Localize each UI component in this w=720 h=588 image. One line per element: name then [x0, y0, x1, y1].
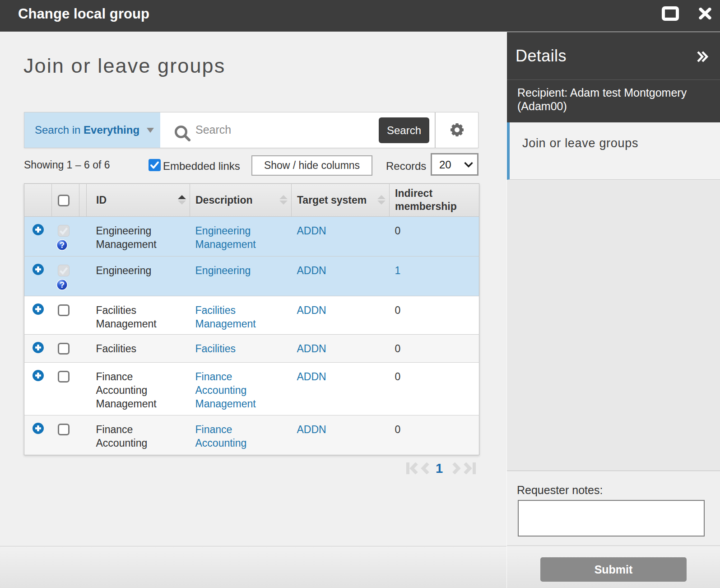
- svg-text:?: ?: [60, 241, 65, 250]
- svg-text:?: ?: [60, 280, 65, 289]
